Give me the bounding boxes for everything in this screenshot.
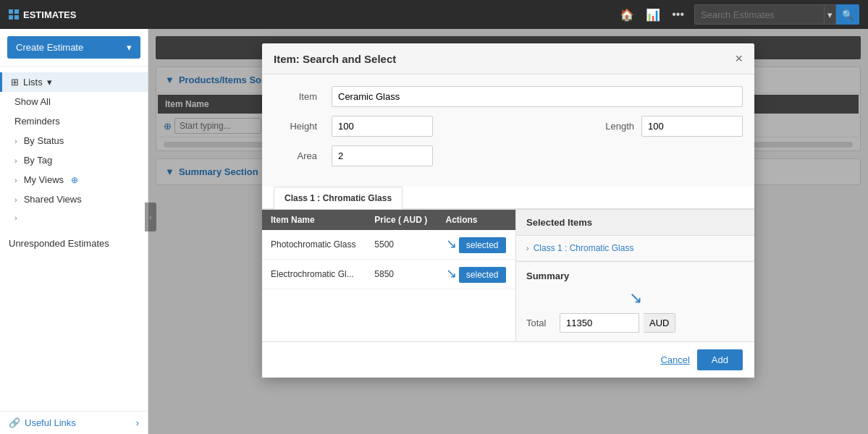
sidebar-item-by-status[interactable]: › By Status: [0, 131, 148, 150]
home-icon[interactable]: 🏠: [617, 5, 637, 25]
result-item-price-1: 5850: [366, 260, 437, 289]
app-logo: ESTIMATES: [9, 9, 76, 20]
tab-class1-chromatic[interactable]: Class 1 : Chromatic Glass: [274, 187, 403, 209]
lists-chevron: ▾: [47, 77, 52, 88]
item-search-modal: Item: Search and Select × Item Height: [262, 43, 754, 378]
summary-panel: Summary ↘ Total AUD: [516, 261, 754, 341]
result-item-actions-1: ↘ selected: [437, 260, 516, 289]
sidebar-item-unresponded[interactable]: ›: [0, 209, 148, 226]
area-field-label: Area: [274, 150, 317, 161]
result-item-price-0: 5500: [366, 230, 437, 260]
selected-item-entry-0: › Class 1 : Chromatic Glass: [516, 236, 754, 261]
height-field-label: Height: [274, 121, 317, 132]
result-row-0: Photochromatic Glass 5500 ↘ selected: [262, 230, 515, 260]
results-table-panel: Item Name Price ( AUD ) Actions Photochr…: [262, 210, 515, 341]
top-nav-icons: 🏠 📊 •••: [617, 5, 687, 25]
modal-footer: Cancel Add: [262, 341, 754, 378]
reminders-label: Reminders: [14, 116, 60, 127]
create-estimate-label: Create Estimate: [16, 42, 83, 53]
sidebar-item-by-tag[interactable]: › By Tag: [0, 150, 148, 170]
area-field-input[interactable]: [332, 145, 433, 166]
my-views-add-icon[interactable]: ⊕: [71, 175, 78, 185]
search-dropdown-btn[interactable]: ▾: [825, 4, 836, 25]
my-views-chevron: ›: [14, 176, 17, 184]
summary-total-row: Total AUD: [526, 313, 744, 333]
total-label: Total: [526, 318, 555, 328]
result-item-name-1: Electrochromatic Gl...: [262, 260, 366, 289]
length-field-input[interactable]: [641, 116, 743, 137]
results-col-price: Price ( AUD ): [366, 210, 437, 230]
sidebar-unresponded-label: Unresponded Estimates: [0, 232, 148, 255]
modal-body: Item Height Length Area: [262, 75, 754, 187]
sidebar-bottom: 🔗 Useful Links ›: [0, 411, 148, 434]
sidebar-item-show-all[interactable]: Show All: [0, 92, 148, 111]
height-length-row: Height Length: [274, 116, 743, 137]
main-layout: Create Estimate ▾ ⊞ Lists ▾ Show All Rem…: [0, 29, 868, 434]
select-btn-0[interactable]: selected: [459, 237, 506, 253]
total-value-input[interactable]: [560, 313, 639, 333]
modal-title: Item: Search and Select: [274, 53, 396, 65]
item-field-label: Item: [274, 91, 317, 102]
currency-label: AUD: [644, 313, 675, 333]
modal-overlay: Item: Search and Select × Item Height: [148, 29, 868, 434]
length-field-label: Length: [605, 121, 634, 132]
lists-grid-icon: ⊞: [11, 77, 19, 88]
arrow-icon-1: ↘: [446, 265, 457, 281]
select-btn-1[interactable]: selected: [459, 267, 506, 283]
sidebar: Create Estimate ▾ ⊞ Lists ▾ Show All Rem…: [0, 29, 148, 434]
result-item-actions-0: ↘ selected: [437, 230, 516, 260]
selected-items-header: Selected Items: [516, 210, 754, 236]
results-col-name: Item Name: [262, 210, 366, 230]
selected-item-chevron-0: ›: [526, 244, 529, 252]
chart-icon[interactable]: 📊: [643, 5, 663, 25]
useful-links-label: Useful Links: [25, 417, 76, 428]
modal-header: Item: Search and Select ×: [262, 43, 754, 75]
length-group: Length: [605, 116, 743, 137]
result-item-name-0: Photochromatic Glass: [262, 230, 366, 260]
shared-views-chevron: ›: [14, 195, 17, 204]
summary-arrow-icon: ↘: [526, 289, 744, 307]
useful-links-chevron: ›: [136, 417, 139, 428]
arrow-icon-0: ↘: [446, 236, 457, 252]
item-field-input[interactable]: [332, 86, 743, 107]
by-tag-label: By Tag: [24, 155, 53, 166]
modal-tabs: Class 1 : Chromatic Glass: [262, 187, 754, 209]
by-status-label: By Status: [24, 135, 64, 146]
modal-close-button[interactable]: ×: [735, 52, 743, 65]
search-submit-btn[interactable]: 🔍: [836, 4, 859, 25]
by-status-chevron: ›: [14, 137, 17, 145]
unresponded-chevron: ›: [14, 213, 17, 222]
show-all-label: Show All: [14, 96, 51, 107]
results-table: Item Name Price ( AUD ) Actions Photochr…: [262, 210, 515, 289]
shared-views-label: Shared Views: [24, 194, 82, 205]
app-title: ESTIMATES: [23, 9, 76, 20]
selected-item-label-0: Class 1 : Chromatic Glass: [534, 243, 634, 253]
selected-items-panel: Selected Items › Class 1 : Chromatic Gla…: [515, 210, 754, 341]
grid-icon: [9, 9, 19, 20]
add-button[interactable]: Add: [697, 349, 743, 370]
create-estimate-button[interactable]: Create Estimate ▾: [7, 36, 140, 59]
sidebar-useful-links[interactable]: 🔗 Useful Links ›: [0, 412, 148, 434]
sidebar-item-my-views[interactable]: › My Views ⊕: [0, 170, 148, 190]
result-row-1: Electrochromatic Gl... 5850 ↘ selected: [262, 260, 515, 289]
link-icon: 🔗: [9, 417, 20, 428]
search-input[interactable]: [694, 4, 825, 25]
area-form-row: Area: [274, 145, 743, 166]
sidebar-item-shared-views[interactable]: › Shared Views: [0, 190, 148, 209]
top-nav: ESTIMATES 🏠 📊 ••• ▾ 🔍: [0, 0, 868, 29]
content-area: ▼ Products/Items Sold Item Name Item Co.…: [148, 29, 868, 434]
cancel-button[interactable]: Cancel: [660, 349, 689, 370]
sidebar-lists-section: ⊞ Lists ▾ Show All Reminders › By Status…: [0, 66, 148, 232]
height-field-input[interactable]: [332, 116, 433, 137]
sidebar-item-reminders[interactable]: Reminders: [0, 111, 148, 131]
modal-results-row: Item Name Price ( AUD ) Actions Photochr…: [262, 209, 754, 341]
results-col-actions: Actions: [437, 210, 516, 230]
item-form-row: Item: [274, 86, 743, 107]
my-views-label: My Views: [24, 174, 64, 185]
more-icon[interactable]: •••: [669, 5, 687, 24]
lists-label: Lists: [23, 77, 43, 88]
summary-panel-title: Summary: [526, 271, 744, 281]
sidebar-lists-header[interactable]: ⊞ Lists ▾: [0, 72, 148, 92]
top-nav-search: ▾ 🔍: [694, 4, 859, 25]
create-estimate-chevron: ▾: [127, 42, 132, 53]
